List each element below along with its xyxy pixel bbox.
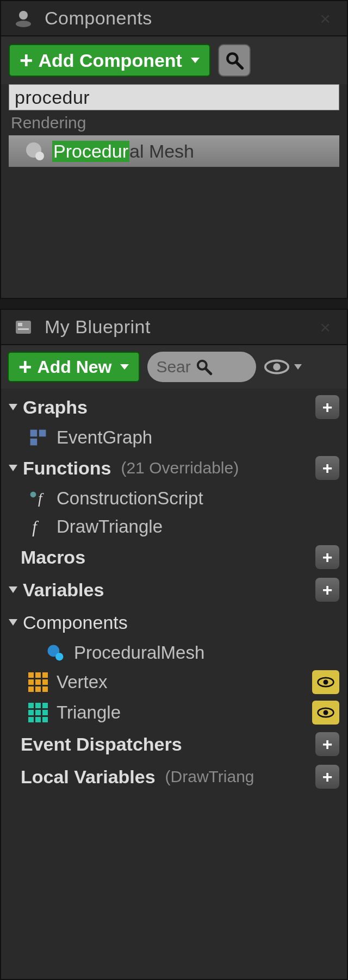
section-label: Components [23, 612, 128, 633]
myblueprint-tree: Graphs + EventGraph Functions [1, 389, 347, 979]
section-local-variables[interactable]: Local Variables (DrawTriang + [1, 760, 347, 793]
function-icon: f [27, 516, 49, 538]
components-panel: Components × + Add Component procedur Re… [0, 0, 348, 299]
plus-icon: + [20, 49, 33, 72]
expand-arrow-icon [9, 465, 17, 471]
grid-teal-icon [27, 702, 49, 723]
add-new-label: Add New [38, 357, 112, 377]
tree-item-label: ConstructionScript [57, 488, 203, 509]
myblueprint-toolbar: + Add New Sear [1, 345, 347, 389]
section-components-sub[interactable]: Components + [1, 606, 347, 639]
components-toolbar: + Add Component [1, 36, 347, 84]
svg-rect-6 [16, 321, 31, 334]
add-component-label: Add Component [39, 50, 182, 71]
section-label: Macros [21, 547, 85, 568]
tree-item-drawtriangle[interactable]: f DrawTriangle [1, 513, 347, 541]
add-new-button[interactable]: + Add New [8, 352, 140, 382]
add-function-button[interactable]: + [315, 456, 339, 480]
svg-point-24 [324, 710, 328, 715]
expand-arrow-icon [9, 586, 17, 593]
grid-orange-icon [27, 671, 49, 693]
tree-item-label: EventGraph [57, 427, 152, 448]
add-local-variable-button[interactable]: + [315, 765, 339, 789]
search-result-procedural-mesh[interactable]: Procedural Mesh [9, 135, 339, 167]
section-functions[interactable]: Functions (21 Overridable) + [1, 452, 347, 484]
section-label: Graphs [23, 397, 88, 418]
close-icon[interactable]: × [320, 316, 331, 338]
eye-icon [264, 359, 290, 375]
section-label: Event Dispatchers [21, 734, 182, 755]
eye-icon [316, 706, 335, 719]
myblueprint-tab-title: My Blueprint [45, 316, 151, 338]
sphere-icon [45, 642, 66, 664]
myblueprint-panel: My Blueprint × + Add New Sear [0, 309, 348, 980]
search-icon [225, 51, 244, 70]
add-macro-button[interactable]: + [315, 545, 339, 569]
section-label: Functions [23, 458, 111, 479]
svg-point-0 [19, 11, 28, 20]
expand-arrow-icon [9, 404, 17, 410]
svg-rect-13 [30, 430, 38, 437]
section-label: Local Variables [21, 766, 156, 788]
close-icon[interactable]: × [320, 8, 331, 29]
chevron-down-icon [294, 364, 302, 370]
graph-icon [27, 427, 49, 448]
section-graphs[interactable]: Graphs + [1, 391, 347, 423]
search-result-rest: al Mesh [129, 141, 194, 162]
mesh-icon [25, 141, 45, 161]
svg-point-20 [55, 653, 63, 660]
components-tab-title: Components [45, 8, 152, 29]
search-placeholder: Sear [156, 358, 190, 376]
section-sublabel: (DrawTriang [165, 767, 254, 786]
search-category-rendering: Rendering [1, 110, 347, 135]
search-toggle-button[interactable] [218, 44, 251, 77]
search-icon [195, 358, 213, 376]
tree-item-label: DrawTriangle [57, 516, 163, 537]
section-macros[interactable]: Macros + [1, 541, 347, 573]
components-tab-icon [12, 7, 35, 30]
tree-item-label: Triangle [57, 702, 121, 723]
chevron-down-icon [191, 58, 200, 63]
tree-item-label: ProceduralMesh [74, 642, 204, 663]
visibility-toggle[interactable] [312, 670, 339, 694]
add-graph-button[interactable]: + [315, 395, 339, 419]
search-result-label: Procedural Mesh [52, 141, 194, 162]
components-tab-header[interactable]: Components × [1, 1, 347, 36]
myblueprint-tab-header[interactable]: My Blueprint × [1, 310, 347, 345]
tree-item-eventgraph[interactable]: EventGraph [1, 423, 347, 452]
svg-rect-15 [30, 439, 38, 446]
chevron-down-icon [120, 364, 129, 370]
section-variables[interactable]: Variables + [1, 573, 347, 606]
search-result-highlight: Procedur [52, 141, 129, 162]
plus-icon: + [18, 355, 32, 378]
function-special-icon: f [27, 488, 49, 509]
section-dispatchers[interactable]: Event Dispatchers + [1, 728, 347, 760]
component-search-input[interactable]: procedur [9, 84, 339, 110]
tree-item-vertex[interactable]: Vertex [1, 667, 347, 697]
add-dispatcher-button[interactable]: + [315, 732, 339, 756]
add-component-button[interactable]: + Add Component [9, 44, 210, 77]
view-options-button[interactable] [264, 359, 302, 375]
blueprint-tab-icon [12, 316, 35, 339]
svg-point-5 [35, 152, 44, 160]
svg-point-12 [274, 363, 281, 370]
visibility-toggle[interactable] [312, 701, 339, 725]
svg-point-16 [30, 491, 36, 497]
svg-rect-8 [18, 328, 29, 330]
component-search-value: procedur [15, 87, 90, 108]
svg-rect-7 [18, 323, 22, 326]
svg-rect-14 [39, 430, 46, 437]
myblueprint-search-input[interactable]: Sear [147, 352, 256, 382]
tree-item-proceduralmesh[interactable]: ProceduralMesh [1, 639, 347, 667]
svg-point-1 [16, 21, 31, 27]
svg-line-3 [237, 63, 243, 68]
expand-arrow-icon [9, 619, 17, 626]
eye-icon [316, 676, 335, 689]
svg-line-10 [206, 369, 211, 374]
add-variable-button[interactable]: + [315, 578, 339, 602]
tree-item-triangle[interactable]: Triangle [1, 697, 347, 728]
tree-item-label: Vertex [57, 672, 108, 692]
tree-item-constructionscript[interactable]: f ConstructionScript [1, 484, 347, 513]
section-sublabel: (21 Overridable) [121, 459, 239, 477]
svg-text:f: f [32, 518, 39, 536]
